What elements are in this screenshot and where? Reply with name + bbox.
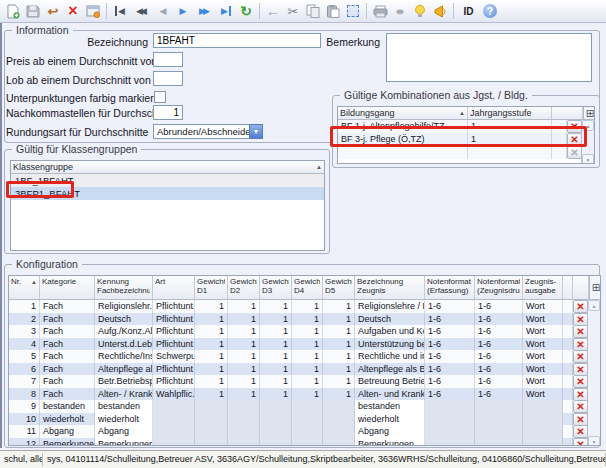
- cell-kennung[interactable]: Betr.Betriebsp...: [95, 375, 153, 388]
- cell-bezeichnung[interactable]: Rechtliche und ins...: [355, 350, 425, 363]
- cell-nf_erfassung[interactable]: 1-6: [425, 313, 475, 326]
- cell-d4[interactable]: [292, 413, 323, 426]
- delete-row-icon[interactable]: ✕: [573, 338, 588, 351]
- cell-kennung[interactable]: bestanden: [95, 400, 153, 413]
- column-header-kategorie[interactable]: Kategorie: [40, 276, 95, 299]
- cell-ausgabe[interactable]: [523, 400, 563, 413]
- cut-icon[interactable]: ✂: [283, 2, 303, 21]
- cell-art[interactable]: Schwerpu...: [153, 350, 195, 363]
- nachkommastellen-input[interactable]: [153, 105, 183, 120]
- cell-d4[interactable]: 1: [292, 375, 323, 388]
- cell-nr[interactable]: 2: [9, 313, 40, 326]
- cell-d2[interactable]: [228, 425, 260, 438]
- cell-nf_erfassung[interactable]: 1-6: [425, 338, 475, 351]
- nav-fast-forward-icon[interactable]: ▶▶: [193, 2, 216, 21]
- cell-bildungsgang[interactable]: [338, 146, 468, 159]
- delete-row-icon[interactable]: ✕: [573, 325, 588, 338]
- cell-kennung[interactable]: Alten- / Krank...: [95, 388, 153, 401]
- cell-kategorie[interactable]: Fach: [40, 375, 95, 388]
- cell-nf_erfassung[interactable]: 1-6: [425, 375, 475, 388]
- cell-d2[interactable]: [228, 400, 260, 413]
- column-header-art[interactable]: Art: [153, 276, 195, 299]
- column-header-bildungsgang[interactable]: Bildungsgang: [338, 107, 468, 119]
- delete-record-icon[interactable]: ×: [63, 2, 83, 21]
- cell-d3[interactable]: 1: [260, 313, 292, 326]
- konfig-row[interactable]: 12BemerkungenBemerkungenBemerkungen✕: [9, 438, 589, 447]
- nav-forward-icon[interactable]: ▶: [173, 2, 193, 21]
- cell-kennung[interactable]: wiederholt: [95, 413, 153, 426]
- konfig-row[interactable]: 7FachBetr.Betriebsp...Pflichtunt11111Bet…: [9, 375, 589, 388]
- delete-row-icon[interactable]: ✕: [573, 425, 588, 438]
- cell-nf_druck[interactable]: 1-6: [475, 363, 523, 376]
- preis-input[interactable]: [153, 52, 183, 67]
- cell-nf_erfassung[interactable]: 1-6: [425, 388, 475, 401]
- cell-d3[interactable]: 1: [260, 375, 292, 388]
- cell-kategorie[interactable]: Fach: [40, 325, 95, 338]
- cell-ausgabe[interactable]: Wort: [523, 313, 563, 326]
- cell-kategorie[interactable]: Fach: [40, 363, 95, 376]
- cell-ausgabe[interactable]: [523, 425, 563, 438]
- cell-d4[interactable]: [292, 400, 323, 413]
- cell-bezeichnung[interactable]: Aufgaben und Kon...: [355, 325, 425, 338]
- cell-nr[interactable]: 7: [9, 375, 40, 388]
- cell-ausgabe[interactable]: Wort: [523, 350, 563, 363]
- cell-art[interactable]: Pflichtunt: [153, 325, 195, 338]
- chevron-down-icon[interactable]: ▼: [249, 124, 263, 139]
- cell-d5[interactable]: 1: [323, 363, 355, 376]
- cell-d1[interactable]: [195, 413, 228, 426]
- cell-d1[interactable]: [195, 438, 228, 447]
- cell-d3[interactable]: 1: [260, 300, 292, 313]
- undo-icon[interactable]: ↩: [43, 2, 63, 21]
- cell-bezeichnung[interactable]: Altenpflege als Be...: [355, 363, 425, 376]
- lob-input[interactable]: [153, 71, 183, 86]
- column-header-d2[interactable]: Gewicht D2: [228, 276, 260, 299]
- cell-nf_druck[interactable]: 1-6: [475, 350, 523, 363]
- cell-jahrgangsstufe[interactable]: [468, 146, 552, 159]
- cell-d4[interactable]: 1: [292, 388, 323, 401]
- cell-d4[interactable]: 1: [292, 350, 323, 363]
- cell-d5[interactable]: 1: [323, 375, 355, 388]
- cell-d3[interactable]: [260, 413, 292, 426]
- cell-nr[interactable]: 12: [9, 438, 40, 447]
- cell-d4[interactable]: 1: [292, 325, 323, 338]
- copy-icon[interactable]: [303, 2, 323, 21]
- cell-art[interactable]: Pflichtunt: [153, 300, 195, 313]
- cell-d5[interactable]: 1: [323, 338, 355, 351]
- cell-kategorie[interactable]: Fach: [40, 338, 95, 351]
- cell-d2[interactable]: 1: [228, 325, 260, 338]
- konfig-row[interactable]: 4FachUnterst.d.Leb...Pflichtunt11111Unte…: [9, 338, 589, 351]
- cell-d1[interactable]: [195, 425, 228, 438]
- cell-d1[interactable]: 1: [195, 350, 228, 363]
- cell-kategorie[interactable]: Abgang: [40, 425, 95, 438]
- cell-d4[interactable]: 1: [292, 338, 323, 351]
- cell-nf_erfassung[interactable]: 1-6: [425, 350, 475, 363]
- cell-nf_druck[interactable]: 1-6: [475, 313, 523, 326]
- cell-nr[interactable]: 1: [9, 300, 40, 313]
- cell-bezeichnung[interactable]: Bemerkungen: [355, 438, 425, 447]
- column-header-d4[interactable]: Gewicht D4: [292, 276, 323, 299]
- konfiguration-scrollbar[interactable]: ▲ ▼: [587, 300, 600, 446]
- cell-art[interactable]: [153, 400, 195, 413]
- cell-d1[interactable]: 1: [195, 313, 228, 326]
- cell-kennung[interactable]: Rechtliche/Ins...: [95, 350, 153, 363]
- cell-d2[interactable]: 1: [228, 338, 260, 351]
- cell-nf_erfassung[interactable]: 1-6: [425, 363, 475, 376]
- cell-d1[interactable]: 1: [195, 325, 228, 338]
- cell-ausgabe[interactable]: Wort: [523, 388, 563, 401]
- notify-horn-icon[interactable]: [430, 2, 450, 21]
- column-header-kennung[interactable]: Kennung Fachbezeichnung: [95, 276, 153, 299]
- konfig-row[interactable]: 1FachReligionslehr...Pflichtunt11111Reli…: [9, 300, 589, 313]
- cell-kennung[interactable]: Abgang: [95, 425, 153, 438]
- cell-nf_druck[interactable]: [475, 413, 523, 426]
- nav-last-icon[interactable]: ▶: [216, 2, 236, 21]
- cell-d4[interactable]: 1: [292, 313, 323, 326]
- delete-row-icon[interactable]: ✕: [573, 375, 588, 388]
- delete-row-icon[interactable]: ✕: [573, 313, 588, 326]
- column-header-jahrgangsstufe[interactable]: Jahrgangsstufe: [468, 107, 552, 119]
- cell-nf_druck[interactable]: [475, 438, 523, 447]
- back-arrow-icon[interactable]: ←: [263, 2, 283, 21]
- cell-kategorie[interactable]: Fach: [40, 388, 95, 401]
- column-header-nf_erfassung[interactable]: Notenformat (Erfassung): [425, 276, 475, 299]
- cell-d5[interactable]: [323, 438, 355, 447]
- cell-d1[interactable]: 1: [195, 388, 228, 401]
